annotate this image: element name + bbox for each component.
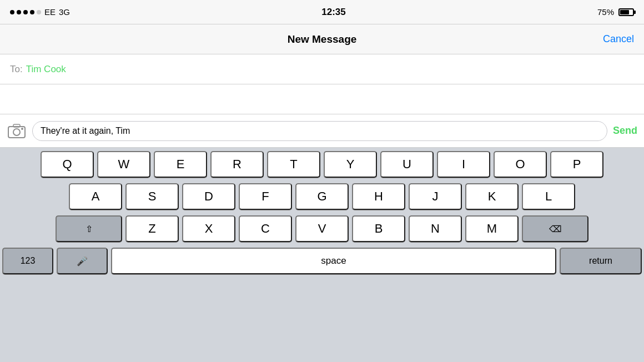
to-label: To: [10,64,23,75]
key-z[interactable]: Z [125,215,179,242]
key-e[interactable]: E [154,151,207,178]
keyboard-row-2: ASDFGHJKL [2,183,642,210]
status-left: EE 3G [10,7,70,17]
key-u[interactable]: U [380,151,434,178]
key-s[interactable]: S [125,183,179,210]
signal-dot-1 [10,10,14,14]
carrier-label: EE [44,7,56,17]
status-time: 12:35 [321,7,345,18]
key-v[interactable]: V [295,215,349,242]
battery-fill [620,10,630,14]
status-right: 75% [597,7,634,17]
cancel-button[interactable]: Cancel [603,33,634,45]
key-r[interactable]: R [210,151,264,178]
to-recipient: Tim Cook [26,64,66,75]
key-b[interactable]: B [352,215,405,242]
keyboard-row-1: QWERTYUIOP [2,151,642,178]
key-numbers[interactable]: 123 [2,248,53,274]
nav-bar: New Message Cancel [0,24,644,54]
key-t[interactable]: T [267,151,320,178]
status-bar: EE 3G 12:35 75% [0,0,644,24]
key-i[interactable]: I [437,151,490,178]
keyboard-row-3: ⇧ZXCVBNM⌫ [2,215,642,242]
key-y[interactable]: Y [324,151,377,178]
key-p[interactable]: P [550,151,603,178]
signal-dot-5 [37,10,41,14]
battery-icon-container [618,8,634,16]
key-q[interactable]: Q [41,151,94,178]
camera-button[interactable] [7,121,27,141]
message-input[interactable]: They're at it again, Tim [32,121,607,141]
battery-icon [618,8,634,16]
key-k[interactable]: K [465,183,519,210]
message-text: They're at it again, Tim [41,126,130,136]
key-n[interactable]: N [409,215,462,242]
subject-area[interactable] [0,84,644,114]
signal-dot-2 [17,10,21,14]
send-button[interactable]: Send [613,125,637,137]
key-j[interactable]: J [409,183,462,210]
key-space[interactable]: space [111,248,556,274]
key-o[interactable]: O [494,151,547,178]
key-microphone[interactable]: 🎤 [57,248,108,274]
key-delete[interactable]: ⌫ [522,215,588,242]
to-field[interactable]: To: Tim Cook [0,54,644,84]
signal-dots [10,10,41,14]
message-area: They're at it again, Tim Send [0,114,644,148]
battery-percentage: 75% [597,7,614,17]
key-a[interactable]: A [69,183,122,210]
keyboard: QWERTYUIOP ASDFGHJKL ⇧ZXCVBNM⌫ 123🎤space… [0,148,644,282]
key-x[interactable]: X [182,215,235,242]
key-return[interactable]: return [560,248,642,274]
svg-rect-2 [13,124,20,127]
key-m[interactable]: M [465,215,519,242]
key-shift[interactable]: ⇧ [56,215,122,242]
key-g[interactable]: G [295,183,349,210]
svg-point-3 [21,128,23,130]
key-d[interactable]: D [182,183,235,210]
svg-point-1 [13,129,20,135]
key-h[interactable]: H [352,183,405,210]
signal-dot-3 [23,10,28,14]
key-w[interactable]: W [97,151,150,178]
keyboard-row-4: 123🎤spacereturn [2,248,642,274]
key-c[interactable]: C [239,215,292,242]
camera-icon [8,123,26,139]
signal-dot-4 [30,10,34,14]
key-f[interactable]: F [239,183,292,210]
nav-title: New Message [288,33,357,46]
key-l[interactable]: L [522,183,575,210]
network-label: 3G [59,7,70,17]
